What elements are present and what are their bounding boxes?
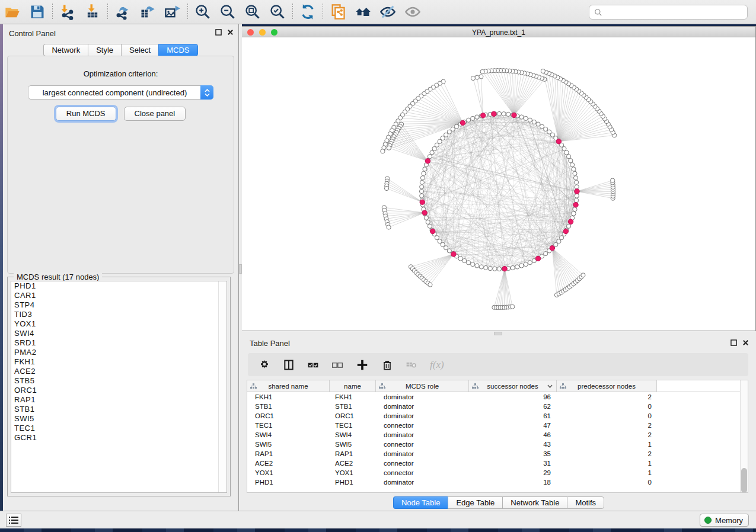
search-icon: [594, 8, 602, 17]
delete-row-icon[interactable]: [381, 359, 393, 371]
run-mcds-button[interactable]: Run MCDS: [56, 107, 116, 121]
table-scrollbar-thumb[interactable]: [741, 468, 747, 493]
mcds-result-item[interactable]: STB5: [11, 376, 227, 386]
mcds-result-groupbox: MCDS result (17 nodes) PHD1CAR1STP4TID3Y…: [7, 277, 231, 496]
float-panel-icon[interactable]: [215, 29, 222, 36]
show-eye-button[interactable]: [400, 2, 425, 22]
hide-selected-button[interactable]: [375, 2, 400, 22]
table-panel-title: Table Panel: [250, 339, 290, 348]
tab-style[interactable]: Style: [88, 44, 121, 56]
network-window-titlebar[interactable]: YPA_prune.txt_1: [242, 27, 755, 37]
mcds-result-item[interactable]: ACE2: [11, 367, 227, 376]
save-button[interactable]: [25, 2, 50, 22]
show-all-networks-button[interactable]: [350, 2, 375, 22]
mcds-result-list[interactable]: PHD1CAR1STP4TID3YOX1SWI4SRD1PMA2FKH1ACE2…: [11, 281, 227, 493]
table-row[interactable]: FKH1FKH1dominator962: [247, 392, 748, 402]
maximize-window-icon[interactable]: [271, 29, 277, 36]
zoom-selected-button[interactable]: [265, 2, 290, 22]
mcds-result-item[interactable]: CAR1: [11, 291, 227, 300]
mcds-result-item[interactable]: RAP1: [11, 395, 227, 405]
mcds-result-item[interactable]: FKH1: [11, 357, 227, 367]
columns-icon[interactable]: [283, 359, 295, 371]
table-row[interactable]: RAP1RAP1dominator352: [247, 449, 748, 459]
mcds-result-item[interactable]: STP4: [11, 300, 227, 310]
minimize-window-icon[interactable]: [259, 29, 266, 36]
tab-mcds[interactable]: MCDS: [158, 44, 197, 56]
horizontal-splitter[interactable]: [241, 331, 756, 336]
table-cell: 96: [469, 392, 557, 402]
duplicate-network-button[interactable]: [326, 2, 350, 22]
table-row[interactable]: STB1STB1dominator620: [247, 402, 748, 411]
tab-network-table[interactable]: Network Table: [502, 496, 567, 509]
float-panel-icon[interactable]: [731, 339, 737, 346]
network-canvas[interactable]: [242, 38, 755, 331]
tab-select[interactable]: Select: [121, 44, 158, 56]
column-header-predecessor-nodes[interactable]: predecessor nodes: [557, 380, 657, 392]
memory-button[interactable]: Memory: [700, 514, 749, 527]
tab-network[interactable]: Network: [43, 44, 88, 56]
table-tabs: Node TableEdge TableNetwork TableMotifs: [241, 496, 756, 509]
mcds-result-item[interactable]: TID3: [11, 310, 227, 319]
close-panel-button[interactable]: Close panel: [124, 107, 186, 121]
table-cell: 61: [469, 411, 557, 421]
mcds-list-scrollbar[interactable]: [218, 281, 227, 492]
close-panel-icon[interactable]: [742, 339, 749, 346]
refresh-button[interactable]: [295, 2, 320, 22]
export-network-button[interactable]: [110, 2, 135, 22]
deselect-all-icon[interactable]: [331, 359, 343, 371]
tab-motifs[interactable]: Motifs: [567, 496, 604, 509]
network-graph[interactable]: [242, 38, 755, 331]
add-row-icon[interactable]: [356, 358, 369, 371]
table-cell: 2: [557, 392, 657, 402]
node-table[interactable]: shared namenameMCDS rolesuccessor nodesp…: [247, 380, 748, 493]
tab-node-table[interactable]: Node Table: [393, 496, 448, 509]
table-row[interactable]: ACE2ACE2connector311: [247, 459, 748, 468]
task-history-button[interactable]: [6, 514, 21, 527]
export-table-button[interactable]: [135, 2, 160, 22]
import-table-button[interactable]: [80, 2, 105, 22]
splitter-grip[interactable]: [494, 332, 502, 335]
mcds-result-item[interactable]: GCR1: [11, 433, 227, 443]
splitter-grip[interactable]: [239, 264, 242, 274]
search-input[interactable]: [589, 5, 748, 20]
zoom-out-button[interactable]: [215, 2, 240, 22]
column-header-MCDS-role[interactable]: MCDS role: [376, 380, 469, 392]
mcds-result-item[interactable]: PMA2: [11, 348, 227, 357]
column-header-successor-nodes[interactable]: successor nodes: [469, 380, 557, 392]
mcds-result-item[interactable]: SWI4: [11, 329, 227, 338]
column-header-shared-name[interactable]: shared name: [247, 380, 330, 392]
table-row[interactable]: SWI4SWI4dominator462: [247, 430, 748, 440]
mcds-result-item[interactable]: TEC1: [11, 424, 227, 433]
table-row[interactable]: PHD1PHD1dominator180: [247, 477, 748, 487]
table-row[interactable]: TEC1TEC1connector472: [247, 421, 748, 430]
table-cell: connector: [376, 468, 469, 477]
tab-edge-table[interactable]: Edge Table: [448, 496, 502, 509]
table-cell: [657, 392, 748, 402]
table-cell: RAP1: [330, 449, 376, 459]
table-cell: [657, 468, 748, 477]
import-network-button[interactable]: [55, 2, 80, 22]
open-folder-button[interactable]: [0, 2, 25, 22]
table-row[interactable]: SWI5SWI5connector431: [247, 440, 748, 449]
table-cell: 2: [557, 430, 657, 440]
zoom-fit-button[interactable]: [240, 2, 265, 22]
select-all-icon[interactable]: [307, 359, 319, 371]
zoom-in-button[interactable]: [190, 2, 215, 22]
mcds-result-item[interactable]: SRD1: [11, 338, 227, 348]
export-image-button[interactable]: [160, 2, 185, 22]
mcds-result-item[interactable]: PHD1: [11, 281, 227, 291]
mcds-result-item[interactable]: SWI5: [11, 414, 227, 424]
gear-icon[interactable]: [259, 359, 270, 371]
table-row[interactable]: ORC1ORC1dominator610: [247, 411, 748, 421]
close-panel-icon[interactable]: [227, 29, 234, 36]
table-cell: 0: [557, 402, 657, 411]
table-row[interactable]: YOX1YOX1connector291: [247, 468, 748, 477]
mcds-result-item[interactable]: YOX1: [11, 319, 227, 329]
criterion-dropdown[interactable]: largest connected component (undirected): [28, 85, 213, 100]
close-window-icon[interactable]: [247, 29, 254, 36]
mcds-result-item[interactable]: ORC1: [11, 386, 227, 395]
table-scrollbar[interactable]: [740, 380, 748, 492]
open-folder-icon: [4, 4, 21, 20]
column-header-name[interactable]: name: [330, 380, 376, 392]
mcds-result-item[interactable]: STB1: [11, 405, 227, 414]
